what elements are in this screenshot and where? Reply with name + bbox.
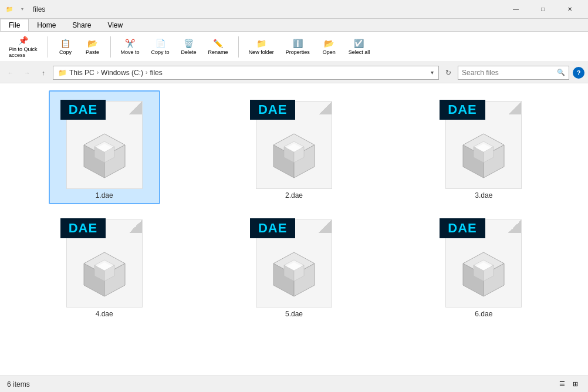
properties-button[interactable]: ℹ️ Properties [282, 34, 314, 60]
dae-badge: DAE [440, 218, 485, 238]
cube-svg [268, 131, 320, 184]
copyto-icon: 📄 [156, 39, 165, 48]
selectall-icon: ☑️ [354, 39, 364, 48]
paste-button[interactable]: 📂 Paste [81, 34, 104, 60]
cube-area [268, 249, 320, 302]
rename-button[interactable]: ✏️ Rename [204, 34, 232, 60]
file-grid: DAE 1.dae [0, 83, 588, 376]
file-name: 5.dae [285, 310, 303, 318]
path-dropdown-arrow: ▾ [431, 69, 434, 76]
copy-button[interactable]: 📋 Copy [54, 34, 77, 60]
search-icon: 🔍 [557, 69, 565, 76]
path-segment-this-pc: This PC [69, 69, 94, 77]
folder-icon: 📁 [5, 5, 14, 14]
file-name: 1.dae [96, 191, 113, 200]
file-item-6.dae[interactable]: DAE 6.dae [428, 209, 539, 323]
large-icons-view-button[interactable]: ⊞ [569, 379, 581, 390]
up-button[interactable]: ↑ [36, 66, 50, 80]
help-button[interactable]: ? [573, 67, 584, 79]
file-item-5.dae[interactable]: DAE 5.dae [238, 209, 350, 323]
select-all-button[interactable]: ☑️ Select all [344, 34, 374, 60]
rename-icon: ✏️ [213, 39, 223, 48]
file-icon: DAE [250, 95, 338, 189]
title-bar: 📁 ▾ files — □ ✕ [0, 0, 588, 19]
file-item-3.dae[interactable]: DAE 3.dae [428, 90, 539, 204]
cube-area [457, 131, 510, 184]
dae-badge: DAE [440, 100, 485, 120]
cube-area [268, 131, 320, 184]
pin-icon: 📌 [18, 36, 28, 45]
ribbon-bar: 📌 Pin to Quickaccess 📋 Copy 📂 Paste ✂️ M… [0, 32, 588, 62]
cube-svg [268, 249, 320, 302]
back-arrow-icon: ▾ [18, 5, 27, 14]
search-input[interactable] [462, 69, 555, 77]
file-item-2.dae[interactable]: DAE 2.dae [238, 90, 350, 204]
cube-svg [78, 131, 131, 184]
cube-svg [457, 249, 510, 302]
address-path[interactable]: 📁 This PC › Windows (C:) › files ▾ [53, 66, 439, 80]
file-icon: DAE [250, 214, 338, 307]
delete-button[interactable]: 🗑️ Delete [177, 34, 201, 60]
doc-fold [319, 220, 332, 233]
file-name: 3.dae [475, 191, 492, 200]
tab-share[interactable]: Share [64, 19, 99, 31]
file-item-1.dae[interactable]: DAE 1.dae [49, 90, 160, 204]
doc-fold [319, 102, 332, 114]
doc-fold [129, 102, 142, 114]
ribbon-divider-1 [48, 36, 48, 58]
newfolder-icon: 📁 [256, 39, 266, 48]
minimize-button[interactable]: — [502, 0, 529, 19]
cube-svg [457, 131, 510, 184]
doc-fold [129, 220, 142, 233]
cube-area [457, 249, 510, 302]
cube-svg [78, 249, 131, 302]
new-folder-button[interactable]: 📁 New folder [245, 34, 278, 60]
file-name: 6.dae [475, 310, 492, 318]
properties-icon: ℹ️ [293, 39, 303, 48]
tab-home[interactable]: Home [29, 19, 64, 31]
item-count: 6 items [7, 380, 30, 388]
refresh-button[interactable]: ↻ [441, 66, 455, 80]
maximize-button[interactable]: □ [529, 0, 556, 19]
main-area: DAE 1.dae [0, 83, 588, 376]
address-bar: ← → ↑ 📁 This PC › Windows (C:) › files ▾… [0, 62, 588, 83]
ribbon-divider-3 [238, 36, 239, 58]
dae-badge: DAE [60, 100, 106, 120]
file-item-4.dae[interactable]: DAE 4.dae [49, 209, 160, 323]
close-button[interactable]: ✕ [556, 0, 583, 19]
dae-badge: DAE [60, 218, 106, 238]
forward-button[interactable]: → [20, 66, 34, 80]
back-button[interactable]: ← [4, 66, 18, 80]
pin-quick-access-button[interactable]: 📌 Pin to Quickaccess [5, 34, 42, 60]
path-arrow-1: › [97, 69, 99, 76]
search-box[interactable]: 🔍 [458, 66, 569, 80]
moveto-icon: ✂️ [125, 39, 135, 48]
move-to-button[interactable]: ✂️ Move to [117, 34, 144, 60]
window-title: files [33, 5, 499, 13]
copy-to-button[interactable]: 📄 Copy to [147, 34, 174, 60]
path-folder-icon: 📁 [58, 69, 67, 77]
file-name: 4.dae [96, 310, 113, 318]
dae-badge: DAE [250, 100, 295, 120]
window-controls: — □ ✕ [502, 0, 583, 19]
open-icon: 📂 [324, 39, 334, 48]
view-controls: ☰ ⊞ [556, 379, 581, 390]
details-view-button[interactable]: ☰ [556, 379, 568, 390]
status-bar: 6 items ☰ ⊞ [0, 376, 588, 392]
file-icon: DAE [440, 95, 528, 189]
paste-icon: 📂 [87, 39, 97, 48]
doc-fold [508, 102, 521, 114]
copy-icon: 📋 [60, 39, 70, 48]
open-button[interactable]: 📂 Open [317, 34, 341, 60]
path-arrow-2: › [146, 69, 147, 76]
file-name: 2.dae [285, 191, 303, 200]
cube-area [78, 131, 131, 184]
delete-icon: 🗑️ [184, 39, 194, 48]
tab-file[interactable]: File [0, 19, 29, 31]
path-segment-files: files [150, 69, 162, 77]
cube-area [78, 249, 131, 302]
tab-view[interactable]: View [99, 19, 131, 31]
doc-fold [508, 220, 521, 233]
file-icon: DAE [60, 214, 148, 307]
ribbon-tabs: File Home Share View [0, 19, 588, 32]
